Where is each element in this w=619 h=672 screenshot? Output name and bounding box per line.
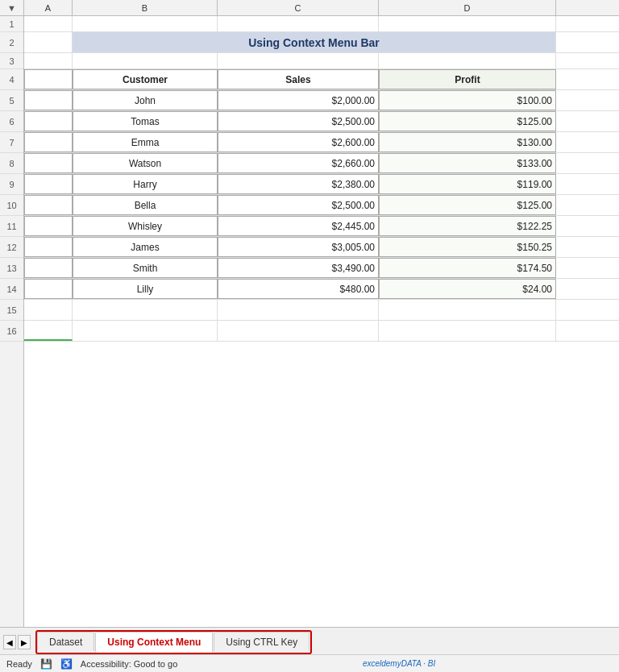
tab-using-context-menu[interactable]: Using Context Menu xyxy=(95,632,213,653)
row-num-8[interactable]: 8 xyxy=(0,153,23,174)
row-num-4[interactable]: 4 xyxy=(0,69,23,90)
table-row: Harry $2,380.00 $119.00 xyxy=(24,174,619,195)
row-num-11[interactable]: 11 xyxy=(0,216,23,237)
table-row: Bella $2,500.00 $125.00 xyxy=(24,195,619,216)
cell-customer-2[interactable]: Emma xyxy=(73,132,218,152)
cell-profit-8[interactable]: $174.50 xyxy=(379,258,556,278)
row-15 xyxy=(24,300,619,321)
cell-profit-0[interactable]: $100.00 xyxy=(379,90,556,110)
corner-cell: ▼ xyxy=(0,0,24,15)
cell-customer-9[interactable]: Lilly xyxy=(73,279,218,299)
cell-a3[interactable] xyxy=(24,53,73,69)
cell-c3[interactable] xyxy=(218,53,379,69)
cell-customer-4[interactable]: Harry xyxy=(73,174,218,194)
cell-sales-1[interactable]: $2,500.00 xyxy=(218,111,379,131)
cell-a7[interactable] xyxy=(24,132,73,152)
cell-customer-8[interactable]: Smith xyxy=(73,258,218,278)
col-header-c[interactable]: C xyxy=(218,0,379,15)
row-num-15[interactable]: 15 xyxy=(0,300,23,321)
cell-a12[interactable] xyxy=(24,237,73,257)
cell-sales-8[interactable]: $3,490.00 xyxy=(218,258,379,278)
row-num-7[interactable]: 7 xyxy=(0,132,23,153)
cell-sales-3[interactable]: $2,660.00 xyxy=(218,153,379,173)
row-num-3[interactable]: 3 xyxy=(0,53,23,69)
row-num-16[interactable]: 16 xyxy=(0,321,23,342)
cell-a6[interactable] xyxy=(24,111,73,131)
cell-sales-7[interactable]: $3,005.00 xyxy=(218,237,379,257)
tab-scroll-right[interactable]: ▶ xyxy=(18,635,31,649)
cell-sales-0[interactable]: $2,000.00 xyxy=(218,90,379,110)
cell-customer-5[interactable]: Bella xyxy=(73,195,218,215)
cell-b15[interactable] xyxy=(73,300,218,320)
row-num-5[interactable]: 5 xyxy=(0,90,23,111)
cell-a4[interactable] xyxy=(24,69,73,89)
tab-using-ctrl-key[interactable]: Using CTRL Key xyxy=(214,632,310,651)
row-4-headers: Customer Sales Profit xyxy=(24,69,619,90)
cell-a9[interactable] xyxy=(24,174,73,194)
row-num-13[interactable]: 13 xyxy=(0,258,23,279)
cell-sales-2[interactable]: $2,600.00 xyxy=(218,132,379,152)
cell-sales-5[interactable]: $2,500.00 xyxy=(218,195,379,215)
col-header-b[interactable]: B xyxy=(73,0,218,15)
cell-a10[interactable] xyxy=(24,195,73,215)
cell-c1[interactable] xyxy=(218,16,379,32)
row-num-6[interactable]: 6 xyxy=(0,111,23,132)
cell-customer-1[interactable]: Tomas xyxy=(73,111,218,131)
cell-a1[interactable] xyxy=(24,16,73,32)
row-3 xyxy=(24,53,619,69)
cell-profit-6[interactable]: $122.25 xyxy=(379,216,556,236)
cell-a13[interactable] xyxy=(24,258,73,278)
row-16 xyxy=(24,321,619,342)
row-num-1[interactable]: 1 xyxy=(0,16,23,32)
cell-profit-4[interactable]: $119.00 xyxy=(379,174,556,194)
col-header-d[interactable]: D xyxy=(379,0,556,15)
cell-profit-2[interactable]: $130.00 xyxy=(379,132,556,152)
cell-profit-3[interactable]: $133.00 xyxy=(379,153,556,173)
status-icon-save: 💾 xyxy=(40,658,52,670)
cell-a16[interactable] xyxy=(24,321,73,341)
cell-sales-4[interactable]: $2,380.00 xyxy=(218,174,379,194)
row-num-10[interactable]: 10 xyxy=(0,195,23,216)
tab-dataset[interactable]: Dataset xyxy=(37,632,94,651)
cell-d3[interactable] xyxy=(379,53,556,69)
cell-a8[interactable] xyxy=(24,153,73,173)
exceldemy-brand: exceldemyDATA · BI xyxy=(185,659,613,668)
cell-profit-1[interactable]: $125.00 xyxy=(379,111,556,131)
cell-c15[interactable] xyxy=(218,300,379,320)
cell-sales-6[interactable]: $2,445.00 xyxy=(218,216,379,236)
cell-a14[interactable] xyxy=(24,279,73,299)
col-header-a[interactable]: A xyxy=(24,0,73,15)
accessibility-icon: ♿ xyxy=(60,658,73,670)
cell-customer-7[interactable]: James xyxy=(73,237,218,257)
cells-area: Using Context Menu Bar Customer Sales Pr… xyxy=(24,16,619,627)
cell-a5[interactable] xyxy=(24,90,73,110)
cell-profit-5[interactable]: $125.00 xyxy=(379,195,556,215)
cell-profit-7[interactable]: $150.25 xyxy=(379,237,556,257)
row-2: Using Context Menu Bar xyxy=(24,32,619,53)
cell-d1[interactable] xyxy=(379,16,556,32)
spreadsheet-title: Using Context Menu Bar xyxy=(73,32,556,52)
cell-b3[interactable] xyxy=(73,53,218,69)
cell-c16[interactable] xyxy=(218,321,379,341)
cell-customer-0[interactable]: John xyxy=(73,90,218,110)
cell-sales-9[interactable]: $480.00 xyxy=(218,279,379,299)
sheet-tabs-bar: ◀ ▶ Dataset Using Context Menu Using CTR… xyxy=(0,628,619,654)
row-num-14[interactable]: 14 xyxy=(0,279,23,300)
column-headers: ▼ A B C D xyxy=(0,0,619,16)
cell-a11[interactable] xyxy=(24,216,73,236)
row-num-12[interactable]: 12 xyxy=(0,237,23,258)
tab-scroll-left[interactable]: ◀ xyxy=(3,635,16,649)
cell-b1[interactable] xyxy=(73,16,218,32)
cell-profit-9[interactable]: $24.00 xyxy=(379,279,556,299)
row-numbers: 1 2 3 4 5 6 7 8 9 10 11 12 13 14 15 16 xyxy=(0,16,24,627)
status-ready: Ready xyxy=(6,659,32,669)
cell-customer-3[interactable]: Watson xyxy=(73,153,218,173)
cell-d15[interactable] xyxy=(379,300,556,320)
cell-d16[interactable] xyxy=(379,321,556,341)
row-num-2[interactable]: 2 xyxy=(0,32,23,53)
cell-b16[interactable] xyxy=(73,321,218,341)
cell-a2[interactable] xyxy=(24,32,73,52)
row-num-9[interactable]: 9 xyxy=(0,174,23,195)
cell-customer-6[interactable]: Whisley xyxy=(73,216,218,236)
cell-a15[interactable] xyxy=(24,300,73,320)
